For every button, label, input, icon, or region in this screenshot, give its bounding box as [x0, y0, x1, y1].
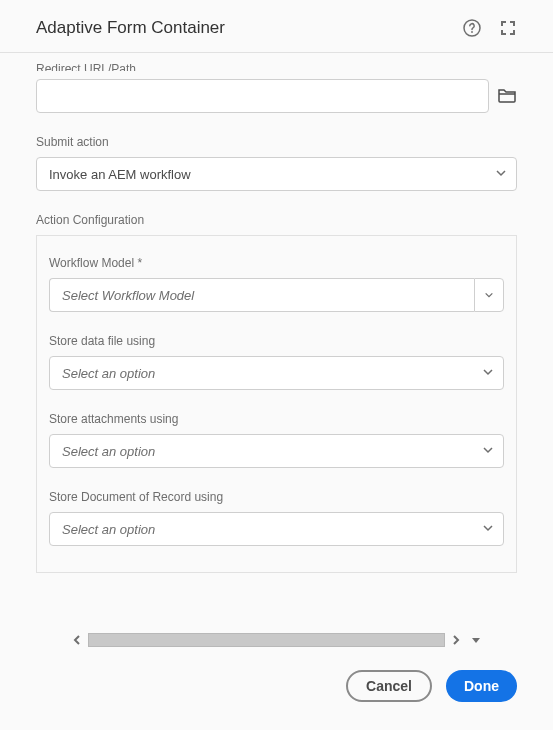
cancel-button[interactable]: Cancel [346, 670, 432, 702]
chevron-down-icon[interactable] [474, 278, 504, 312]
store-attach-label: Store attachments using [49, 412, 504, 426]
scroll-right-icon[interactable] [451, 635, 461, 645]
workflow-model-select[interactable]: Select Workflow Model [49, 278, 504, 312]
redirect-url-row [36, 79, 517, 113]
dialog: Adaptive Form Container Redirect URL/Pat… [0, 0, 553, 730]
dialog-header: Adaptive Form Container [0, 0, 553, 53]
store-data-label: Store data file using [49, 334, 504, 348]
action-config-label: Action Configuration [36, 213, 517, 227]
scroll-down-icon[interactable] [471, 635, 481, 645]
done-button[interactable]: Done [446, 670, 517, 702]
redirect-url-label: Redirect URL/Path [36, 63, 517, 71]
submit-action-select[interactable]: Invoke an AEM workflow [36, 157, 517, 191]
submit-action-value: Invoke an AEM workflow [36, 157, 517, 191]
dialog-footer: Cancel Done [0, 650, 553, 730]
action-config-panel: Workflow Model * Select Workflow Model S… [36, 235, 517, 573]
workflow-model-value: Select Workflow Model [49, 278, 474, 312]
store-attach-select[interactable]: Select an option [49, 434, 504, 468]
store-dor-value: Select an option [49, 512, 504, 546]
submit-action-label: Submit action [36, 135, 517, 149]
svg-point-1 [471, 31, 473, 33]
store-data-value: Select an option [49, 356, 504, 390]
fullscreen-icon[interactable] [499, 19, 517, 37]
store-dor-label: Store Document of Record using [49, 490, 504, 504]
form-content: Redirect URL/Path Submit action Invoke a… [36, 63, 517, 632]
folder-browse-icon[interactable] [497, 86, 517, 106]
store-attach-value: Select an option [49, 434, 504, 468]
horizontal-scrollbar[interactable] [72, 630, 481, 650]
dialog-body: Redirect URL/Path Submit action Invoke a… [0, 53, 553, 650]
store-data-select[interactable]: Select an option [49, 356, 504, 390]
scroll-track[interactable] [88, 633, 445, 647]
redirect-url-input[interactable] [36, 79, 489, 113]
help-icon[interactable] [463, 19, 481, 37]
scroll-left-icon[interactable] [72, 635, 82, 645]
dialog-title: Adaptive Form Container [36, 18, 445, 38]
store-dor-select[interactable]: Select an option [49, 512, 504, 546]
scroll-area: Redirect URL/Path Submit action Invoke a… [36, 53, 517, 650]
workflow-model-label: Workflow Model * [49, 256, 504, 270]
